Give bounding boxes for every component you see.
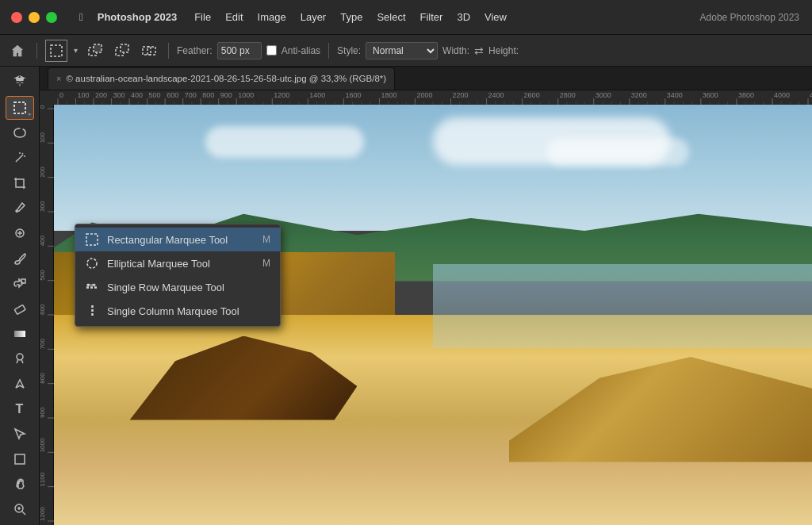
main-area: ⊹ ▸ <box>0 67 812 525</box>
svg-rect-23 <box>15 454 25 464</box>
tool-path-select[interactable] <box>6 422 34 446</box>
minimize-button[interactable] <box>29 12 40 23</box>
tool-magic-wand[interactable] <box>6 146 34 170</box>
tool-zoom[interactable] <box>6 497 34 521</box>
menu-select[interactable]: Select <box>370 8 412 26</box>
tool-dropdown-menu: Rectangular Marquee Tool M Elliptical Ma… <box>75 224 281 327</box>
menu-3d[interactable]: 3D <box>450 8 477 26</box>
svg-text:1200: 1200 <box>40 507 46 521</box>
close-button[interactable] <box>11 12 22 23</box>
svg-text:700: 700 <box>40 338 46 349</box>
new-selection-btn[interactable] <box>45 40 67 62</box>
dropdown-item-single-col[interactable]: Single Column Marquee Tool <box>75 299 280 323</box>
tool-eyedropper[interactable] <box>6 197 34 220</box>
svg-text:2800: 2800 <box>560 91 576 99</box>
svg-text:3000: 3000 <box>596 91 611 99</box>
tool-hand[interactable] <box>6 473 34 496</box>
subtract-selection-btn[interactable] <box>111 40 133 62</box>
dropdown-item-row-label: Single Row Marquee Tool <box>107 282 224 293</box>
tool-pen[interactable] <box>6 372 34 396</box>
svg-rect-19 <box>14 331 25 337</box>
svg-line-9 <box>16 155 23 162</box>
svg-text:1200: 1200 <box>274 91 289 99</box>
svg-text:300: 300 <box>113 91 125 99</box>
dropdown-item-single-row[interactable]: ←→ Single Row Marquee Tool <box>75 275 280 299</box>
apple-menu[interactable]:  <box>73 8 90 26</box>
adobe-title: Adobe Photoshop 2023 <box>700 12 799 23</box>
tool-gradient[interactable] <box>6 322 34 346</box>
tool-clone[interactable] <box>6 271 34 295</box>
menu-image[interactable]: Image <box>251 8 293 26</box>
width-label: Width: <box>442 45 469 56</box>
document-tab[interactable]: × © australian-ocean-landscape-2021-08-2… <box>48 67 395 90</box>
svg-line-25 <box>22 512 25 515</box>
svg-text:3400: 3400 <box>667 91 683 99</box>
svg-line-22 <box>21 359 23 363</box>
svg-text:⊹: ⊹ <box>16 77 24 88</box>
anti-alias-checkbox[interactable] <box>266 45 277 56</box>
tool-shape[interactable] <box>6 447 34 471</box>
tool-brush[interactable] <box>6 247 34 270</box>
separator-1 <box>36 43 37 59</box>
menu-view[interactable]: View <box>478 8 513 26</box>
tool-text[interactable]: T <box>6 397 34 421</box>
svg-rect-5 <box>143 47 151 55</box>
toolbox: ⊹ ▸ <box>0 67 40 525</box>
tool-lasso[interactable] <box>6 121 34 145</box>
svg-line-21 <box>17 359 18 363</box>
ruler-v-svg: 0100200300400500600700800900100011001200 <box>40 105 54 525</box>
dropdown-item-rectangular[interactable]: Rectangular Marquee Tool M <box>75 228 280 251</box>
add-selection-btn[interactable] <box>84 40 106 62</box>
home-button[interactable] <box>6 40 29 62</box>
title-bar:  Photoshop 2023 File Edit Image Layer T… <box>0 0 812 35</box>
menu-filter[interactable]: Filter <box>414 8 450 26</box>
menu-type[interactable]: Type <box>334 8 369 26</box>
svg-text:500: 500 <box>149 91 161 99</box>
menu-layer[interactable]: Layer <box>294 8 333 26</box>
dropdown-item-ellipse-shortcut: M <box>262 258 270 269</box>
dropdown-item-elliptical[interactable]: Elliptical Marquee Tool M <box>75 251 280 275</box>
feather-input[interactable] <box>217 42 262 59</box>
svg-text:3600: 3600 <box>703 91 718 99</box>
tool-eraser[interactable] <box>6 297 34 320</box>
height-label: Height: <box>488 45 519 56</box>
tool-crop[interactable] <box>6 171 34 195</box>
svg-point-194 <box>87 259 97 268</box>
canvas-area: × © australian-ocean-landscape-2021-08-2… <box>40 67 812 525</box>
svg-rect-0 <box>51 45 62 56</box>
tool-arrow-marquee: ▸ <box>29 111 32 117</box>
svg-rect-6 <box>147 47 155 55</box>
style-label: Style: <box>337 45 361 56</box>
swap-button[interactable]: ⇄ <box>474 44 484 57</box>
ruler-horizontal: 0100200300400500600700800900100012001400… <box>40 90 812 105</box>
maximize-button[interactable] <box>46 12 57 23</box>
svg-text:200: 200 <box>40 167 46 178</box>
svg-rect-17 <box>21 279 25 283</box>
svg-rect-193 <box>86 234 98 245</box>
menu-file[interactable]: File <box>188 8 217 26</box>
intersect-selection-btn[interactable] <box>138 40 160 62</box>
tool-move[interactable]: ⊹ <box>6 71 34 94</box>
ruler-vertical: 0100200300400500600700800900100011001200 <box>40 105 54 525</box>
document-tab-label: © australian-ocean-landscape-2021-08-26-… <box>66 74 386 83</box>
ruler-svg: 0100200300400500600700800900100012001400… <box>54 90 812 105</box>
tool-spot-heal[interactable] <box>6 221 34 245</box>
row-marquee-icon: ←→ <box>85 280 99 294</box>
svg-text:400: 400 <box>40 235 46 246</box>
svg-text:100: 100 <box>78 91 90 99</box>
tab-bar: × © australian-ocean-landscape-2021-08-2… <box>40 67 812 90</box>
svg-text:4000: 4000 <box>774 91 790 99</box>
dropdown-item-rect-shortcut: M <box>262 234 270 245</box>
svg-text:1100: 1100 <box>40 472 46 486</box>
svg-text:900: 900 <box>40 407 46 418</box>
svg-text:2600: 2600 <box>524 91 540 99</box>
svg-point-20 <box>17 354 23 360</box>
menu-edit[interactable]: Edit <box>219 8 249 26</box>
tool-marquee[interactable]: ▸ <box>6 96 34 120</box>
svg-text:400: 400 <box>131 91 143 99</box>
style-select[interactable]: Normal Fixed Ratio Fixed Size <box>366 42 438 59</box>
tool-dodge[interactable] <box>6 347 34 370</box>
rect-marquee-icon <box>85 232 99 247</box>
svg-text:1600: 1600 <box>345 91 361 99</box>
separator-2 <box>168 43 169 59</box>
